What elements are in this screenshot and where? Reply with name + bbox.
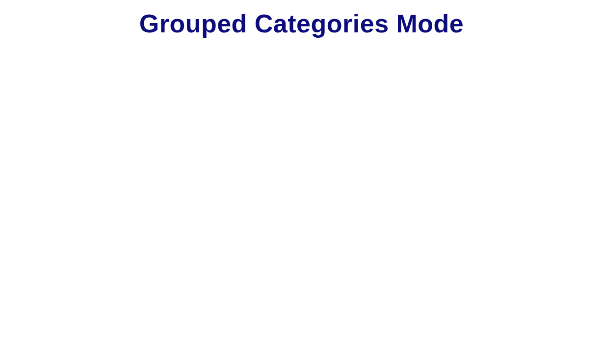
page-title: Grouped Categories Mode — [0, 9, 603, 38]
